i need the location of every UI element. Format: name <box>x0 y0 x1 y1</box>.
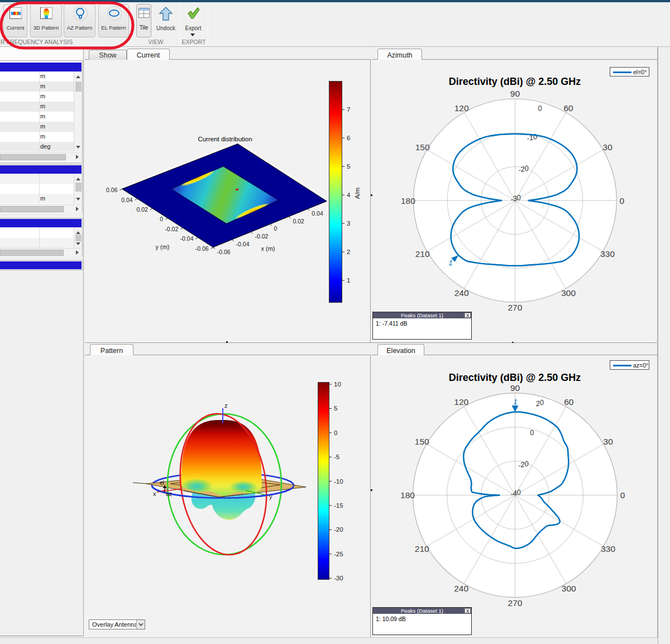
svg-text:0: 0 <box>274 225 277 232</box>
svg-text:Current distribution: Current distribution <box>198 136 252 142</box>
svg-text:x: x <box>153 490 156 497</box>
svg-text:60: 60 <box>563 103 573 113</box>
svg-text:10: 10 <box>334 381 341 388</box>
svg-text:300: 300 <box>561 288 576 298</box>
svg-text:0: 0 <box>620 490 625 500</box>
svg-text:120: 120 <box>454 397 468 407</box>
svg-text:150: 150 <box>415 142 430 152</box>
svg-text:7: 7 <box>347 106 350 113</box>
svg-text:210: 210 <box>415 544 429 554</box>
svg-text:-0.02: -0.02 <box>165 226 178 232</box>
svg-text:210: 210 <box>415 249 430 259</box>
svg-text:-0.06: -0.06 <box>217 249 231 255</box>
svg-text:6: 6 <box>347 135 350 141</box>
svg-text:90: 90 <box>510 89 520 98</box>
svg-text:1: 1 <box>347 277 350 284</box>
svg-text:-10: -10 <box>334 478 343 485</box>
svg-text:180: 180 <box>400 490 415 500</box>
svg-text:1: 1 <box>513 398 518 406</box>
svg-text:-0.04: -0.04 <box>236 241 250 247</box>
svg-text:-30: -30 <box>334 575 343 581</box>
svg-text:az: az <box>166 490 172 497</box>
svg-text:x (m): x (m) <box>261 245 275 252</box>
svg-text:270: 270 <box>508 598 523 608</box>
svg-text:330: 330 <box>600 249 615 259</box>
svg-text:5: 5 <box>347 163 350 170</box>
svg-text:4: 4 <box>347 192 351 198</box>
svg-text:z: z <box>224 402 228 409</box>
svg-text:5: 5 <box>334 405 337 412</box>
svg-text:y: y <box>269 493 272 500</box>
svg-text:180: 180 <box>401 196 415 206</box>
svg-text:1: 1 <box>448 259 453 267</box>
svg-text:0.02: 0.02 <box>136 206 148 213</box>
svg-text:-0.02: -0.02 <box>255 233 269 240</box>
svg-text:3: 3 <box>347 220 350 227</box>
svg-text:0: 0 <box>620 196 625 206</box>
svg-text:150: 150 <box>415 437 429 446</box>
svg-text:120: 120 <box>454 103 469 113</box>
svg-text:0.04: 0.04 <box>121 197 133 203</box>
svg-text:300: 300 <box>562 584 576 593</box>
svg-text:270: 270 <box>508 303 522 312</box>
svg-text:-0.06: -0.06 <box>195 245 209 252</box>
svg-text:2: 2 <box>347 249 350 255</box>
svg-text:el: el <box>160 479 164 486</box>
svg-text:-20: -20 <box>334 526 343 533</box>
svg-text:0.02: 0.02 <box>293 218 304 225</box>
svg-text:330: 330 <box>601 544 615 554</box>
svg-text:0: 0 <box>160 216 163 222</box>
svg-text:0.04: 0.04 <box>312 210 323 217</box>
svg-text:0.06: 0.06 <box>106 187 118 193</box>
svg-text:240: 240 <box>454 288 469 298</box>
svg-text:-5: -5 <box>334 454 339 460</box>
svg-text:30: 30 <box>603 142 613 152</box>
svg-text:60: 60 <box>564 397 574 407</box>
svg-text:y (m): y (m) <box>155 244 169 250</box>
svg-text:-25: -25 <box>334 551 343 557</box>
svg-text:30: 30 <box>604 437 614 446</box>
svg-text:90: 90 <box>510 383 520 393</box>
svg-text:0: 0 <box>334 430 337 436</box>
svg-text:240: 240 <box>454 584 468 593</box>
svg-text:-0.04: -0.04 <box>180 235 194 242</box>
svg-text:-15: -15 <box>334 502 343 509</box>
